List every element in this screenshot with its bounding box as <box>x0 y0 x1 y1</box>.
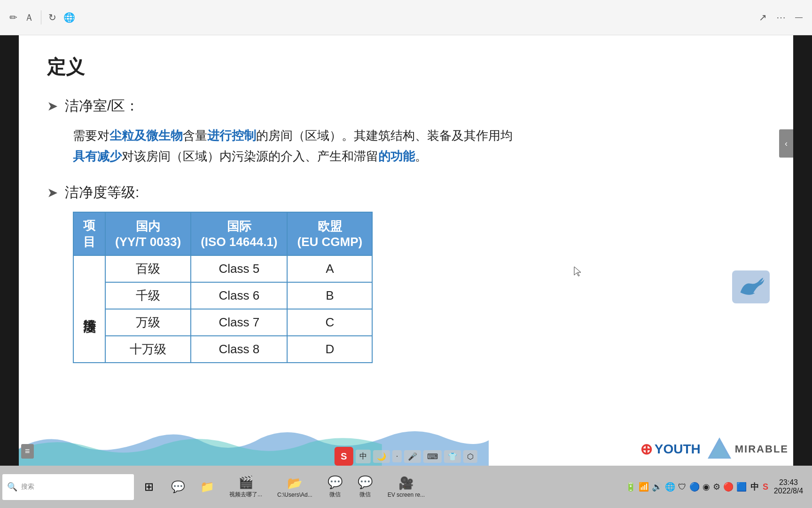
title-divider <box>41 10 41 24</box>
refresh-icon[interactable]: ↻ <box>48 12 56 23</box>
wechat1-icon: 💬 <box>328 475 343 490</box>
tray-icon-misc3[interactable]: ◉ <box>703 482 710 492</box>
section1-description: 需要对尘粒及微生物含量进行控制的房间（区域）。其建筑结构、装备及其作用均 具有减… <box>73 125 765 167</box>
row-header-cleanliness: 洁净度等级 <box>73 255 105 363</box>
globe-icon[interactable]: 🌐 <box>63 12 75 23</box>
taskbar-app-ev[interactable]: 🎥 EV screen re... <box>381 470 432 503</box>
taskbar-app-folder[interactable]: 📂 C:\Users\Ad... <box>270 470 320 503</box>
col-header-domestic: 国内(YY/T 0033) <box>105 212 191 255</box>
clock-date: 2022/8/4 <box>774 487 803 495</box>
ime-dot-btn[interactable]: · <box>392 450 402 462</box>
cell-grade-b: B <box>287 282 372 309</box>
wechat2-icon: 💬 <box>358 475 373 490</box>
input-method-bar: S 中 🌙 · 🎤 ⌨ 👕 ⬡ <box>335 447 477 466</box>
cleanroom-table: 项目 国内(YY/T 0033) 国际(ISO 14644.1) 欧盟(EU C… <box>73 212 373 363</box>
right-panel <box>793 35 812 466</box>
arrow-icon-1: ➤ <box>47 98 58 114</box>
main-content: 定义 ➤ 洁净室/区： 需要对尘粒及微生物含量进行控制的房间（区域）。其建筑结构… <box>19 35 793 466</box>
folder-app-label: C:\Users\Ad... <box>277 492 312 498</box>
table-container: 项目 国内(YY/T 0033) 国际(ISO 14644.1) 欧盟(EU C… <box>73 212 765 363</box>
taskbar-chat-btn[interactable]: 💬 <box>164 470 192 503</box>
tray-icon-misc2[interactable]: 🔵 <box>689 482 700 492</box>
tray-icon-1[interactable]: 🔋 <box>625 482 636 492</box>
section2-heading: ➤ 洁净度等级: <box>47 183 765 202</box>
slide-title: 定义 <box>47 54 765 80</box>
tray-chinese-input[interactable]: 中 <box>750 481 759 492</box>
ime-shirt-btn[interactable]: 👕 <box>444 450 461 463</box>
youth-logo: ⊕ YOUTH <box>640 440 701 458</box>
mirable-logo: MIRABLE <box>705 435 789 463</box>
col-header-eu: 欧盟(EU CGMP) <box>287 212 372 255</box>
draw-icon[interactable]: ✏ <box>9 12 17 23</box>
youth-text: YOUTH <box>655 442 701 457</box>
arrow-icon-2: ➤ <box>47 185 58 200</box>
ime-moon-btn[interactable]: 🌙 <box>373 450 390 463</box>
more-icon[interactable]: ⋯ <box>776 12 786 23</box>
ime-mic-btn[interactable]: 🎤 <box>404 450 421 463</box>
tray-icon-globe[interactable]: 🌐 <box>665 482 675 492</box>
video-app-icon: 🎬 <box>238 475 253 490</box>
list-icon-symbol: ≡ <box>25 446 30 456</box>
taskbar-clock: 23:43 2022/8/4 <box>772 478 805 495</box>
explorer-icon: 📁 <box>200 480 214 493</box>
chat-icon: 💬 <box>171 480 185 493</box>
wechat1-label: 微信 <box>329 491 341 499</box>
folder-app-icon: 📂 <box>287 476 302 491</box>
tray-icon-misc5[interactable]: 🔴 <box>723 482 734 492</box>
cell-wanji: 万级 <box>105 309 191 336</box>
taskbar-windows-btn[interactable]: ⊞ <box>135 470 163 503</box>
sogou-label: S <box>341 451 347 462</box>
section2-label: 洁净度等级: <box>65 183 139 202</box>
list-icon-button[interactable]: ≡ <box>21 444 34 459</box>
left-panel <box>0 35 19 466</box>
taskbar-app-wechat1[interactable]: 💬 微信 <box>320 470 350 503</box>
ev-label: EV screen re... <box>388 492 425 498</box>
ime-grid-btn[interactable]: ⬡ <box>463 450 477 463</box>
cell-class7: Class 7 <box>191 309 287 336</box>
tray-icon-misc4[interactable]: ⚙ <box>713 482 720 492</box>
cell-shiwanj: 十万级 <box>105 336 191 363</box>
tray-icon-misc1[interactable]: 🛡 <box>678 482 687 492</box>
ev-icon: 🎥 <box>398 476 414 491</box>
youth-plus: ⊕ <box>640 440 653 458</box>
col-header-iso: 国际(ISO 14644.1) <box>191 212 287 255</box>
wechat2-label: 微信 <box>359 491 371 499</box>
highlight-dust: 尘粒及微生物 <box>109 128 183 143</box>
sogou-icon[interactable]: S <box>335 447 353 466</box>
tray-icon-misc6[interactable]: 🟦 <box>736 482 747 492</box>
bird-icon-button[interactable] <box>732 270 770 303</box>
slide-content: 定义 ➤ 洁净室/区： 需要对尘粒及微生物含量进行控制的房间（区域）。其建筑结构… <box>19 35 793 382</box>
logos-container: ⊕ YOUTH MIRABLE <box>640 435 789 463</box>
taskbar-search-placeholder: 搜索 <box>21 483 34 491</box>
side-panel-arrow[interactable]: ‹ <box>779 129 793 158</box>
mirable-text: MIRABLE <box>735 443 789 455</box>
taskbar-right: 🔋 📶 🔊 🌐 🛡 🔵 ◉ ⚙ 🔴 🟦 中 S 23:43 2022/8/4 <box>625 478 810 495</box>
cell-grade-d: D <box>287 336 372 363</box>
taskbar: 🔍 搜索 ⊞ 💬 📁 🎬 视频去哪了... 📂 C:\Users\Ad... 💬… <box>0 466 812 508</box>
tray-icon-2[interactable]: 📶 <box>639 482 649 492</box>
share-icon[interactable]: ↗ <box>759 12 767 23</box>
cell-class5: Class 5 <box>191 255 287 282</box>
cell-class8: Class 8 <box>191 336 287 363</box>
ime-chinese-btn[interactable]: 中 <box>356 450 371 463</box>
title-bar: ✏ Ａ ↻ 🌐 ↗ ⋯ — <box>0 0 812 35</box>
clock-time: 23:43 <box>779 478 798 487</box>
taskbar-search-icon: 🔍 <box>7 482 17 492</box>
cell-grade-a: A <box>287 255 372 282</box>
title-bar-right: ↗ ⋯ — <box>759 12 803 23</box>
text-icon[interactable]: Ａ <box>24 11 34 24</box>
cell-qianji: 千级 <box>105 282 191 309</box>
col-header-project: 项目 <box>73 212 105 255</box>
ime-keyboard-btn[interactable]: ⌨ <box>423 450 442 463</box>
windows-icon: ⊞ <box>144 480 154 493</box>
video-app-label: 视频去哪了... <box>229 491 262 499</box>
section1-label: 洁净室/区： <box>65 96 139 116</box>
taskbar-search[interactable]: 🔍 搜索 <box>2 474 134 500</box>
taskbar-app-wechat2[interactable]: 💬 微信 <box>351 470 380 503</box>
tray-sogou[interactable]: S <box>763 482 768 492</box>
tray-icon-3[interactable]: 🔊 <box>652 482 662 492</box>
highlight-control: 进行控制 <box>207 128 256 143</box>
minimize-button[interactable]: — <box>795 13 803 22</box>
taskbar-explorer-btn[interactable]: 📁 <box>193 470 221 503</box>
taskbar-app-video[interactable]: 🎬 视频去哪了... <box>222 470 269 503</box>
